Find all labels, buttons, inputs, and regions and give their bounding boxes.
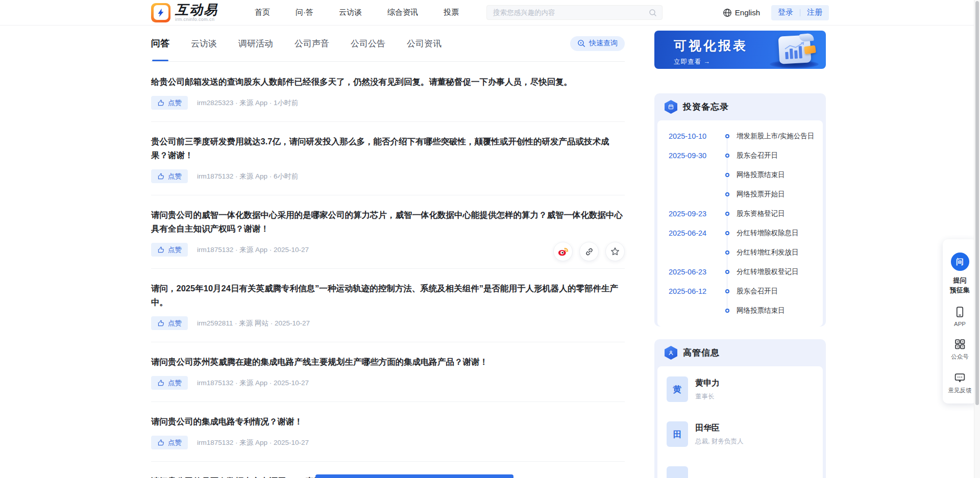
- share-actions: [553, 242, 625, 261]
- language-switch[interactable]: English: [723, 8, 760, 17]
- timeline-dot: [725, 270, 729, 274]
- copy-link-button[interactable]: [579, 242, 599, 261]
- quick-query-label: 快速查询: [589, 39, 618, 48]
- tab[interactable]: 问答: [151, 26, 169, 61]
- question-meta: irm1875132 · 来源 App · 2025-10-27: [197, 245, 309, 255]
- app-download-button[interactable]: APP: [953, 306, 966, 327]
- question-title[interactable]: 给贵公司邮箱发送的查询股东人数邮件已经很多天了，仍然没有见到回复。请董秘督促一下…: [151, 75, 625, 89]
- timeline-dot: [725, 250, 729, 255]
- timeline-dot-cell: [718, 192, 737, 196]
- ask-question-button[interactable]: 问: [951, 253, 969, 271]
- timeline-dot: [725, 289, 729, 293]
- nav-item[interactable]: 综合资讯: [387, 8, 418, 17]
- register-button[interactable]: 注册: [800, 8, 829, 17]
- content-tabbar: 问答云访谈调研活动公司声音公司公告公司资讯 快速查询: [151, 26, 625, 62]
- timeline-dot-cell: [718, 173, 737, 177]
- thumbs-up-icon: [157, 319, 165, 327]
- like-label: 点赞: [168, 319, 182, 328]
- timeline-dot: [725, 192, 729, 196]
- question-title[interactable]: 请问贵公司的威智一体化数据中心采用的是哪家公司的算力芯片，威智一体化数据中心能提…: [151, 208, 625, 236]
- memo-event: 增发新股上市/实施公告日: [737, 132, 818, 141]
- memo-item: 网络投票结束日: [669, 301, 818, 320]
- star-icon: [609, 246, 621, 257]
- main-nav: 首页问·答云访谈综合资讯投票: [255, 8, 459, 17]
- search-icon[interactable]: [649, 9, 657, 17]
- avatar: 田: [667, 421, 688, 447]
- memo-item: 2025-09-23 股东资格登记日: [669, 204, 818, 223]
- weibo-share-button[interactable]: [553, 242, 573, 261]
- like-button[interactable]: 点赞: [151, 436, 188, 449]
- thumbs-up-icon: [157, 172, 165, 180]
- like-label: 点赞: [168, 98, 182, 108]
- login-button[interactable]: 登录: [771, 8, 800, 17]
- like-button[interactable]: 点赞: [151, 96, 188, 110]
- nav-item[interactable]: 首页: [255, 8, 270, 17]
- avatar: [667, 466, 688, 478]
- lightning-icon: [156, 8, 166, 18]
- like-label: 点赞: [168, 379, 182, 388]
- memo-date: 2025-06-23: [669, 268, 718, 276]
- search-box[interactable]: [486, 5, 663, 20]
- memo-body: 2025-10-10 增发新股上市/实施公告日 2025-09-30 股东会召开…: [657, 120, 823, 326]
- scrollbar-thumb[interactable]: [975, 1, 979, 405]
- ask-label[interactable]: 提问 预征集: [950, 275, 970, 295]
- tab-label: 云访谈: [191, 39, 217, 48]
- nav-item[interactable]: 投票: [444, 8, 459, 17]
- tab-label: 调研活动: [238, 39, 273, 48]
- tab-label: 公司公告: [351, 39, 385, 48]
- visual-report-banner[interactable]: 可视化报表 立即查看 →: [654, 31, 826, 69]
- top-header: 互动易 irm.cninfo.com.cn 首页问·答云访谈综合资讯投票 Eng…: [0, 0, 980, 26]
- tab[interactable]: 调研活动: [238, 26, 273, 61]
- tab-label: 公司资讯: [407, 39, 442, 48]
- question-title[interactable]: 请问贵公司的集成电路专利情况？谢谢！: [151, 415, 625, 429]
- memo-event: 分红转增红利发放日: [737, 248, 818, 257]
- like-label: 点赞: [168, 172, 182, 181]
- timeline-dot-cell: [718, 270, 737, 274]
- bottom-cut-button[interactable]: [315, 474, 513, 478]
- question-meta-row: 点赞 irm2825323 · 来源 App · 1小时前: [151, 96, 625, 110]
- question-title[interactable]: 请问，2025年10月24日有关英威腾专利信息”一种运动轨迹的控制方法、系统及相…: [151, 282, 625, 309]
- quick-query-icon: [577, 39, 586, 48]
- report-illustration: [765, 32, 821, 69]
- calendar-icon: [665, 100, 677, 114]
- memo-item: 2025-06-24 分红转增除权除息日: [669, 223, 818, 243]
- executives-card-title: 高管信息: [683, 347, 720, 359]
- memo-event: 网络投票开始日: [737, 190, 818, 199]
- scrollbar-track[interactable]: [974, 0, 980, 478]
- header-inner: 互动易 irm.cninfo.com.cn 首页问·答云访谈综合资讯投票 Eng…: [151, 0, 829, 25]
- timeline-dot-cell: [718, 231, 737, 235]
- like-button[interactable]: 点赞: [151, 169, 188, 183]
- logo-icon-inner: [154, 5, 168, 20]
- search-input[interactable]: [492, 8, 649, 17]
- nav-item[interactable]: 问·答: [296, 8, 313, 17]
- like-button[interactable]: 点赞: [151, 243, 188, 257]
- right-sidebar: 可视化报表 立即查看 → 投资备忘录 2025-10-10: [654, 31, 826, 478]
- favorite-button[interactable]: [605, 242, 625, 261]
- question-title[interactable]: 贵公司前三季度研发费用就达3.7亿，请问研发投入那么多，能否介绍下有哪些突破性，…: [151, 135, 625, 162]
- quick-query-button[interactable]: 快速查询: [570, 36, 625, 51]
- timeline-line: [727, 136, 727, 311]
- executive-name: 田华臣: [695, 423, 743, 434]
- tab[interactable]: 公司资讯: [407, 26, 442, 61]
- memo-date: 2025-09-23: [669, 210, 718, 218]
- tab[interactable]: 公司声音: [295, 26, 329, 61]
- logo[interactable]: 互动易 irm.cninfo.com.cn: [151, 3, 218, 22]
- memo-item: 网络投票结束日: [669, 165, 818, 185]
- memo-event: 网络投票结束日: [737, 170, 818, 180]
- memo-item: 网络投票开始日: [669, 185, 818, 204]
- timeline-dot: [725, 212, 729, 216]
- link-icon: [584, 246, 595, 257]
- logo-title: 互动易: [175, 4, 218, 16]
- like-button[interactable]: 点赞: [151, 376, 188, 390]
- executive-info: 黄申力 董事长: [695, 376, 720, 402]
- tab[interactable]: 云访谈: [191, 26, 217, 61]
- tab[interactable]: 公司公告: [351, 26, 385, 61]
- logo-text: 互动易 irm.cninfo.com.cn: [175, 4, 218, 22]
- like-button[interactable]: 点赞: [151, 316, 188, 330]
- question-title[interactable]: 请问贵公司苏州英威腾在建的集成电路产线主要规划生产哪些方面的集成电路产品？谢谢！: [151, 355, 625, 369]
- globe-icon: [723, 8, 732, 17]
- nav-item[interactable]: 云访谈: [339, 8, 362, 17]
- wechat-qr-button[interactable]: 公众号: [951, 338, 969, 361]
- timeline-dot-cell: [718, 212, 737, 216]
- feedback-button[interactable]: 意见反馈: [948, 371, 972, 394]
